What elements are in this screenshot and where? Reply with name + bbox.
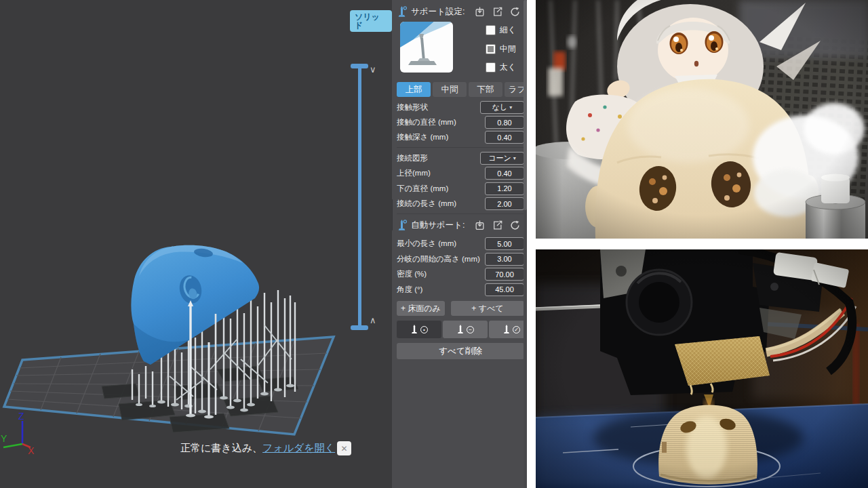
chevron-down-icon: ▾ xyxy=(509,104,512,110)
layer-slider-track[interactable] xyxy=(358,67,361,327)
auto-fields: 最小の長さ (mm) 5.00▾ 分岐の開始の高さ (mm) 3.00▾ 密度 … xyxy=(397,237,524,298)
field-row: 分岐の開始の高さ (mm) 3.00▾ xyxy=(397,251,524,266)
checkbox-label: 太く xyxy=(500,62,516,73)
mode-badge-icon: − xyxy=(467,326,474,333)
support-section-tabs: 上部 中間 下部 ラフト xyxy=(397,82,524,97)
thickness-options: 細く 中間 太く xyxy=(486,22,516,76)
photo-doll-with-printed-head xyxy=(536,0,868,239)
field-row: 接触深さ (mm) 0.40▾ xyxy=(397,130,524,145)
edit-support-mode-button[interactable]: ✓ xyxy=(489,321,527,338)
field-label: 接触深さ (mm) xyxy=(397,132,448,142)
field-value[interactable]: 5.00▾ xyxy=(485,237,524,250)
field-value[interactable]: コーン▾ xyxy=(480,152,524,165)
axis-z-label: Z xyxy=(18,412,24,422)
chevron-down-icon[interactable]: ∨ xyxy=(370,65,376,74)
field-label: 角度 (°) xyxy=(397,285,422,295)
field-row: 角度 (°) 45.00▾ xyxy=(397,282,524,297)
field-row: 密度 (%) 70.00▾ xyxy=(397,267,524,282)
checkbox-label: 中間 xyxy=(500,43,516,55)
field-value[interactable]: 2.00▾ xyxy=(485,197,524,210)
close-icon[interactable]: ✕ xyxy=(337,441,351,455)
field-row: 下の直径 (mm) 1.20▾ xyxy=(397,181,524,196)
checkbox-label: 細く xyxy=(500,24,516,36)
field-label: 接触の直径 (mm) xyxy=(397,117,456,127)
field-value[interactable]: 0.40▾ xyxy=(485,167,524,180)
tab[interactable]: 中間 xyxy=(433,82,467,97)
add-support-mode-button[interactable]: • xyxy=(397,321,441,338)
reset-icon[interactable] xyxy=(510,220,520,230)
thickness-option[interactable]: 細く xyxy=(486,24,516,36)
support-preview-thumbnail xyxy=(400,22,453,73)
render-mode-badge[interactable]: ソリッド xyxy=(350,10,392,32)
support-settings-header: サポート設定: xyxy=(397,3,524,20)
generate-buttons: + 床面のみ + すべて xyxy=(397,301,524,316)
field-row: 上径(mm) 0.40▾ xyxy=(397,166,524,181)
field-value[interactable]: なし▾ xyxy=(480,101,524,114)
field-row: 最小の長さ (mm) 5.00▾ xyxy=(397,237,524,251)
field-label: 密度 (%) xyxy=(397,269,427,279)
support-icon xyxy=(397,6,407,18)
add-supports-floor-only-button[interactable]: + 床面のみ xyxy=(397,301,445,316)
support-pillar-icon xyxy=(502,325,511,334)
field-value[interactable]: 1.20▾ xyxy=(485,182,524,195)
export-icon[interactable] xyxy=(492,220,502,230)
field-row: 接触形状 なし▾ xyxy=(397,100,524,115)
field-value[interactable]: 0.40▾ xyxy=(485,131,524,144)
add-supports-all-button[interactable]: + すべて xyxy=(451,301,524,316)
import-icon[interactable] xyxy=(475,220,485,230)
support-pillar-icon xyxy=(410,325,418,334)
field-value[interactable]: 45.00▾ xyxy=(485,283,524,296)
panel-title: サポート設定: xyxy=(411,6,465,18)
tab[interactable]: 上部 xyxy=(397,82,431,97)
auto-support-header: 自動サポート: xyxy=(397,218,524,234)
field-row: 接触の直径 (mm) 0.80▾ xyxy=(397,115,524,129)
viewport-3d[interactable]: ソリッド ∨ ∧ Z Y X 正常に書き込み、フォルダを開く ✕ xyxy=(0,0,392,488)
axis-indicator: Z Y X xyxy=(0,412,81,466)
reset-icon[interactable] xyxy=(510,7,520,17)
open-folder-link[interactable]: フォルダを開く xyxy=(262,442,335,455)
photo-3d-printer-printing-head xyxy=(536,249,868,488)
checkbox[interactable] xyxy=(486,62,496,73)
mode-badge-icon: • xyxy=(420,326,428,333)
field-label: 接触形状 xyxy=(397,102,428,113)
support-icon xyxy=(397,220,407,231)
import-icon[interactable] xyxy=(475,7,485,17)
field-value[interactable]: 70.00▾ xyxy=(485,268,524,281)
axis-y-label: Y xyxy=(1,433,7,444)
connection-fields: 接続図形 コーン▾ 上径(mm) 0.40▾ 下の直径 (mm) 1.20▾ 接… xyxy=(397,150,524,211)
tab[interactable]: 下部 xyxy=(469,82,502,97)
chevron-down-icon: ▾ xyxy=(513,155,516,161)
field-label: 接続図形 xyxy=(397,153,428,163)
contact-fields: 接触形状 なし▾ 接触の直径 (mm) 0.80▾ 接触深さ (mm) 0.40… xyxy=(397,100,524,145)
chevron-up-icon[interactable]: ∧ xyxy=(370,316,376,325)
field-label: 分岐の開始の高さ (mm) xyxy=(397,254,480,264)
panel-collapse-handle[interactable] xyxy=(392,199,393,230)
status-text: 正常に書き込み、 xyxy=(180,442,262,455)
support-mode-buttons: • − ✓ xyxy=(397,321,524,338)
field-label: 上径(mm) xyxy=(397,168,431,178)
field-value[interactable]: 3.00▾ xyxy=(485,253,524,266)
support-settings-panel: サポート設定: xyxy=(392,0,527,488)
field-value[interactable]: 0.80▾ xyxy=(485,116,524,129)
support-pillar-icon xyxy=(456,325,465,334)
field-row: 接続図形 コーン▾ xyxy=(397,150,524,165)
field-label: 下の直径 (mm) xyxy=(397,184,448,194)
axis-x-label: X xyxy=(28,445,35,456)
status-toast: 正常に書き込み、フォルダを開く xyxy=(180,442,335,455)
layer-slider-bottom-handle[interactable] xyxy=(351,325,368,330)
panel-title: 自動サポート: xyxy=(411,220,465,231)
field-label: 接続の長さ (mm) xyxy=(397,199,456,209)
field-row: 接続の長さ (mm) 2.00▾ xyxy=(397,196,524,211)
checkbox[interactable] xyxy=(486,44,496,54)
layer-slider-top-handle[interactable] xyxy=(351,64,368,68)
delete-all-supports-button[interactable]: すべて削除 xyxy=(397,343,524,359)
thickness-option[interactable]: 中間 xyxy=(486,43,516,55)
delete-support-mode-button[interactable]: − xyxy=(443,321,488,338)
divider xyxy=(397,147,524,148)
export-icon[interactable] xyxy=(492,7,502,17)
field-label: 最小の長さ (mm) xyxy=(397,239,456,249)
checkbox[interactable] xyxy=(486,25,496,35)
thickness-option[interactable]: 太く xyxy=(486,62,516,73)
layout-gap-horizontal xyxy=(527,239,868,249)
mode-badge-icon: ✓ xyxy=(513,326,520,333)
